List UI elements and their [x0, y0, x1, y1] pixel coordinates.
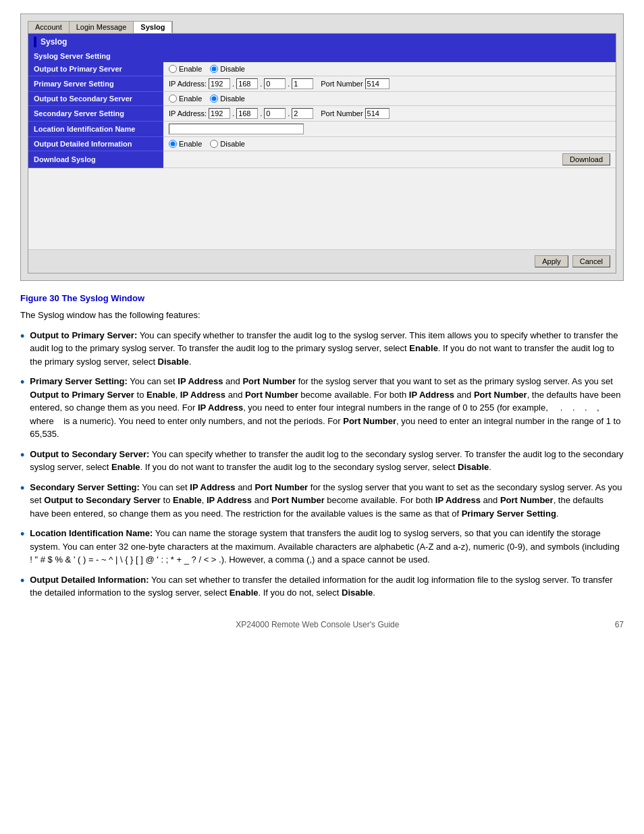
radio-detailed-enable-input[interactable] [169, 140, 177, 148]
secondary-port[interactable] [365, 108, 390, 119]
primary-port[interactable] [365, 78, 390, 89]
bullet-item-5: • Output Detailed Information: You can s… [20, 573, 624, 600]
row-download-syslog: Download Syslog Download [28, 151, 616, 168]
bullet-item-1: • Primary Server Setting: You can set IP… [20, 375, 624, 441]
radio-group-secondary: Enable Disable [169, 95, 610, 103]
value-output-secondary: Enable Disable [163, 92, 616, 106]
bullet-text-4: Location Identification Name: You can na… [30, 527, 624, 567]
label-location-name: Location Identification Name [28, 122, 163, 137]
ip-group-primary: IP Address: . . . Port Number [169, 78, 610, 89]
label-output-primary: Output to Primary Server [28, 62, 163, 76]
bullet-term-1: Primary Server Setting: [30, 376, 128, 386]
value-location-name [163, 122, 616, 137]
bullet-term-5: Output Detailed Information: [30, 575, 149, 585]
radio-detailed-disable-input[interactable] [210, 140, 218, 148]
radio-secondary-disable: Disable [210, 95, 245, 103]
radio-primary-disable: Disable [210, 65, 245, 73]
bullet-term-4: Location Identification Name: [30, 528, 153, 538]
primary-ip4[interactable] [292, 78, 313, 89]
row-location-name: Location Identification Name [28, 122, 616, 137]
tab-login-message[interactable]: Login Message [70, 22, 134, 33]
bullet-term-3: Secondary Server Setting: [30, 482, 140, 492]
label-download-syslog: Download Syslog [28, 151, 163, 168]
radio-group-primary: Enable Disable [169, 65, 610, 73]
radio-primary-disable-input[interactable] [210, 65, 218, 73]
settings-table: Syslog Server Setting Output to Primary … [28, 50, 616, 168]
bullet-dot-3: • [20, 479, 24, 498]
bullet-text-2: Output to Secondary Server: You can spec… [30, 448, 624, 474]
radio-secondary-enable: Enable [169, 95, 202, 103]
bullet-dot-2: • [20, 446, 24, 465]
page-footer: XP24000 Remote Web Console User's Guide … [20, 620, 624, 629]
footer-page-number: 67 [615, 620, 624, 629]
primary-ip3[interactable] [264, 78, 286, 89]
bullet-dot-4: • [20, 525, 24, 544]
radio-secondary-enable-input[interactable] [169, 95, 177, 103]
radio-primary-enable-input[interactable] [169, 65, 177, 73]
footer-guide-title: XP24000 Remote Web Console User's Guide [236, 620, 399, 629]
header-bar-icon [34, 36, 36, 47]
primary-ip2[interactable] [236, 78, 258, 89]
bullet-dot-5: • [20, 572, 24, 590]
row-output-primary: Output to Primary Server Enable Disable [28, 62, 616, 76]
bullet-text-5: Output Detailed Information: You can set… [30, 573, 624, 600]
location-name-input[interactable] [169, 124, 304, 134]
secondary-ip2[interactable] [236, 108, 258, 119]
radio-secondary-disable-input[interactable] [210, 95, 218, 103]
value-secondary-setting: IP Address: . . . Port Number [163, 106, 616, 122]
bullet-term-0: Output to Primary Server: [30, 330, 137, 340]
row-output-detailed: Output Detailed Information Enable Disab… [28, 137, 616, 151]
radio-detailed-enable: Enable [169, 140, 202, 148]
value-download-syslog: Download [163, 151, 616, 168]
tab-bar: Account Login Message Syslog [28, 21, 173, 33]
panel-title: Syslog [41, 37, 67, 47]
row-output-secondary: Output to Secondary Server Enable Disabl… [28, 92, 616, 106]
bottom-bar: Apply Cancel [28, 249, 616, 273]
row-secondary-setting: Secondary Server Setting IP Address: . .… [28, 106, 616, 122]
value-output-primary: Enable Disable [163, 62, 616, 76]
screenshot-container: Account Login Message Syslog Syslog Sysl… [20, 14, 624, 281]
intro-text: The Syslog window has the following feat… [20, 309, 624, 322]
bullet-text-1: Primary Server Setting: You can set IP A… [30, 375, 624, 441]
radio-detailed-disable: Disable [210, 140, 245, 148]
download-button[interactable]: Download [562, 153, 610, 165]
bullet-dot-1: • [20, 373, 24, 392]
radio-primary-enable: Enable [169, 65, 202, 73]
label-secondary-setting: Secondary Server Setting [28, 106, 163, 122]
section-header-label: Syslog Server Setting [28, 50, 616, 62]
primary-ip1[interactable] [209, 78, 230, 89]
secondary-ip1[interactable] [209, 108, 230, 119]
figure-caption: Figure 30 The Syslog Window [20, 293, 624, 303]
radio-group-detailed: Enable Disable [169, 140, 610, 148]
spacer [28, 168, 616, 249]
cancel-button[interactable]: Cancel [572, 255, 610, 267]
ip-group-secondary: IP Address: . . . Port Number [169, 108, 610, 119]
bullet-term-2: Output to Secondary Server: [30, 449, 149, 459]
tab-syslog[interactable]: Syslog [134, 22, 172, 33]
main-panel: Syslog Syslog Server Setting Output to P… [28, 33, 616, 273]
apply-button[interactable]: Apply [535, 255, 568, 267]
bullet-text-3: Secondary Server Setting: You can set IP… [30, 481, 624, 521]
row-primary-setting: Primary Server Setting IP Address: . . .… [28, 76, 616, 92]
panel-header: Syslog [28, 34, 616, 50]
label-output-secondary: Output to Secondary Server [28, 92, 163, 106]
bullet-text-0: Output to Primary Server: You can specif… [30, 329, 624, 369]
bullet-item-4: • Location Identification Name: You can … [20, 527, 624, 567]
value-output-detailed: Enable Disable [163, 137, 616, 151]
section-header-row: Syslog Server Setting [28, 50, 616, 62]
secondary-ip3[interactable] [264, 108, 286, 119]
bullet-item-3: • Secondary Server Setting: You can set … [20, 481, 624, 521]
bullet-item-0: • Output to Primary Server: You can spec… [20, 329, 624, 369]
bullet-item-2: • Output to Secondary Server: You can sp… [20, 448, 624, 474]
label-primary-setting: Primary Server Setting [28, 76, 163, 92]
label-output-detailed: Output Detailed Information [28, 137, 163, 151]
value-primary-setting: IP Address: . . . Port Number [163, 76, 616, 92]
tab-account[interactable]: Account [28, 22, 70, 33]
bullet-dot-0: • [20, 328, 24, 346]
secondary-ip4[interactable] [292, 108, 313, 119]
bullet-list: • Output to Primary Server: You can spec… [20, 329, 624, 600]
